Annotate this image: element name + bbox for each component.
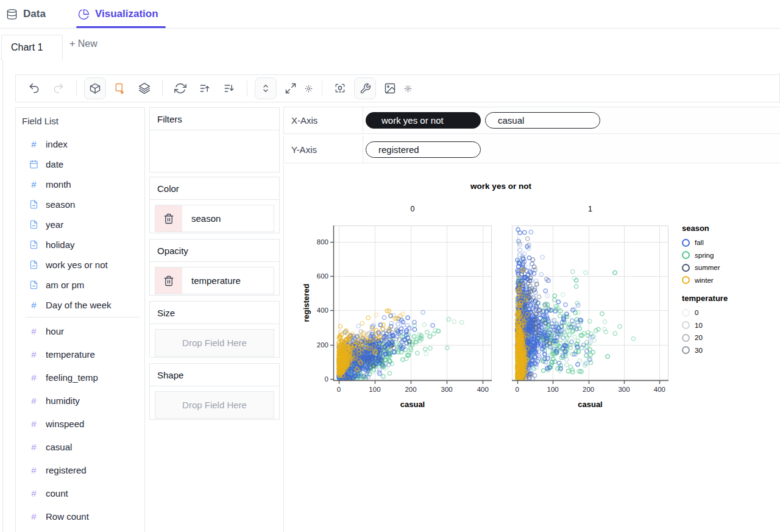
color-header: Color [150,177,279,200]
field-item[interactable]: #month [16,174,144,194]
legend-item: spring [682,249,767,262]
legend-symbol-circle [682,346,690,354]
pie-chart-icon [78,9,90,20]
new-chart-button[interactable]: + New [69,29,98,59]
chart-legend: seasonfallspringsummerwintertemperature0… [682,224,767,356]
field-item[interactable]: holiday [16,235,144,255]
sort-ascending-icon[interactable] [194,78,215,99]
remove-color-field-button[interactable] [155,205,182,232]
text-icon [29,260,39,269]
facet-header: 0 [411,205,415,213]
encoding-pill[interactable]: work yes or not [366,112,481,129]
aggregation-cube-icon[interactable] [84,77,106,99]
sort-descending-icon[interactable] [219,78,239,99]
color-field-pill[interactable]: season [155,205,274,232]
field-item-label: year [46,219,63,230]
field-item-label: Day of the week [46,300,112,310]
hash-icon: # [29,465,39,475]
color-field-label: season [182,213,221,224]
x-axis-drop-zone[interactable]: work yes or notcasual [363,107,780,133]
field-item-label: humidity [46,395,80,406]
shape-header: Shape [150,364,279,386]
field-item[interactable]: season [16,194,144,215]
transpose-icon[interactable] [170,78,191,99]
undo-icon[interactable] [24,78,44,99]
tab-visualization[interactable]: Visualization [78,0,158,28]
x-axis-label: X-Axis [284,107,363,133]
field-item[interactable]: #count [16,481,144,505]
toolbar [15,74,780,102]
field-item[interactable]: year [16,215,144,235]
field-item-label: Row count [46,511,89,522]
field-item[interactable]: #index [16,134,144,154]
remove-opacity-field-button[interactable] [155,268,182,294]
text-icon [29,240,39,249]
field-item[interactable]: #feeling_temp [16,366,144,389]
export-image-icon[interactable] [380,78,400,99]
field-list-divider [26,317,140,317]
layers-icon[interactable] [134,78,155,99]
explore-mode-icon[interactable] [330,78,350,99]
field-item[interactable]: date [16,154,144,174]
scatter-facet-0[interactable] [328,225,492,386]
chart-tabs-row: Chart 1 + New [0,29,780,60]
export-settings-gear-icon[interactable] [402,78,413,99]
legend-symbol-circle [682,251,690,259]
y-tick-label: 400 [305,307,328,314]
color-card: Color season [149,177,280,233]
resize-vertical-icon[interactable] [255,77,277,99]
field-item[interactable]: #Row count [16,505,144,528]
resize-settings-gear-icon[interactable] [303,78,314,99]
hash-icon: # [29,349,39,360]
legend-item-label: fall [695,239,704,246]
text-icon [29,200,39,209]
hash-icon: # [29,139,39,149]
legend-symbol-circle [682,276,690,284]
field-item[interactable]: work yes or not [16,255,144,275]
field-item[interactable]: am or pm [16,275,144,295]
chart-canvas-area: work yes or not registered seasonfallspr… [283,165,780,532]
encoding-pill[interactable]: registered [366,141,481,158]
scatter-facet-1[interactable] [512,225,668,386]
shape-drop-zone[interactable]: Drop Field Here [155,391,274,419]
hash-icon: # [29,300,39,310]
encoding-pill[interactable]: casual [485,112,600,129]
field-item-label: date [46,159,63,169]
toolbar-divider [162,80,163,96]
field-list-items: #indexdate#monthseasonyearholidaywork ye… [16,134,144,528]
x-tick-label: 100 [369,386,380,393]
legend-item-label: winter [695,277,714,284]
tab-data[interactable]: Data [6,0,46,28]
filters-drop-area[interactable] [150,130,279,172]
x-tick-label: 100 [547,386,559,393]
opacity-field-pill[interactable]: temperature [155,267,274,294]
field-item-label: holiday [46,239,75,250]
chart-tab-label: Chart 1 [11,42,43,53]
filters-card: Filters [149,107,280,172]
field-item[interactable]: #Day of the week [16,295,144,315]
tools-wrench-icon[interactable] [354,77,376,99]
legend-item: 0 [682,307,767,319]
hash-icon: # [29,442,39,452]
active-tab-underline [76,26,166,28]
field-item[interactable]: #winspeed [16,412,144,435]
y-axis-drop-zone[interactable]: registered [363,136,780,163]
mark-type-icon[interactable] [110,78,130,99]
field-item[interactable]: #casual [16,435,144,458]
top-nav: Data Visualization [0,0,780,29]
chart-title: work yes or not [470,182,531,191]
field-item[interactable]: #humidity [16,389,144,412]
toolbar-divider [247,80,247,96]
field-item[interactable]: #registered [16,458,144,481]
field-item[interactable]: #hour [16,319,144,342]
redo-icon[interactable] [48,78,69,99]
new-chart-label: + New [69,38,98,49]
field-item[interactable]: #temperature [16,342,144,366]
resize-canvas-icon[interactable] [280,78,301,99]
field-item-label: work yes or not [46,260,108,270]
size-drop-zone[interactable]: Drop Field Here [155,329,274,356]
toolbar-divider [322,80,322,96]
chart-tab-1[interactable]: Chart 1 [1,35,63,60]
tab-data-label: Data [23,8,46,20]
hash-icon: # [29,326,39,336]
